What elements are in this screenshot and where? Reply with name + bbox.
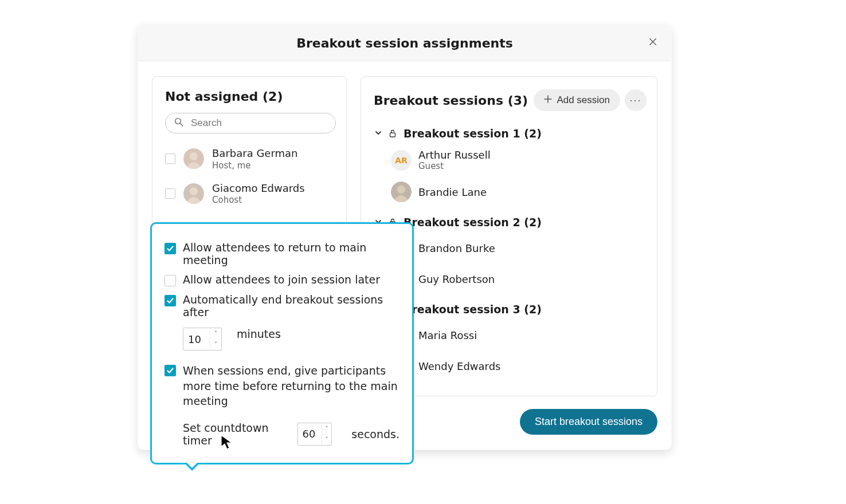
more-icon: ··· xyxy=(629,94,641,107)
person-role: Host, me xyxy=(212,160,297,171)
plus-icon xyxy=(544,94,552,106)
option-join-later[interactable]: Allow attendees to join session later xyxy=(164,270,399,290)
person-role: Cohost xyxy=(212,195,305,205)
session-name: Breakout session 3 (2) xyxy=(404,303,542,316)
member-name: Guy Robertson xyxy=(418,273,495,285)
settings-popover: Allow attendees to return to main meetin… xyxy=(150,222,414,464)
person-name: Giacomo Edwards xyxy=(212,182,305,195)
auto-end-minutes-row: 10 ˄ ˅ minutes xyxy=(164,324,399,354)
member-name: Wendy Edwards xyxy=(418,360,500,372)
member-role: Guest xyxy=(418,161,491,171)
member-name: Brandie Lane xyxy=(418,186,487,198)
dialog-title: Breakout session assignments xyxy=(296,36,513,50)
countdown-label: Set countdtown timer xyxy=(183,422,288,447)
minutes-unit: minutes xyxy=(237,328,281,340)
session-member[interactable]: Guy Robertson xyxy=(391,265,647,296)
session-member[interactable]: Brandie Lane xyxy=(391,178,647,209)
svg-point-3 xyxy=(190,152,198,160)
session-name: Breakout session 2 (2) xyxy=(404,216,542,229)
unassigned-person[interactable]: Giacomo Edwards Cohost xyxy=(165,179,336,214)
option-label: Automatically end breakout sessions afte… xyxy=(183,293,399,318)
minutes-value[interactable]: 10 xyxy=(183,328,210,350)
member-name: Maria Rossi xyxy=(418,329,477,341)
person-name: Barbara German xyxy=(212,147,297,160)
session-header[interactable]: Breakout session 1 (2) xyxy=(374,124,647,145)
not-assigned-title: Not assigned (2) xyxy=(165,89,336,104)
session-name: Breakout session 1 (2) xyxy=(404,127,542,140)
close-icon xyxy=(649,38,657,48)
checkbox-on-icon[interactable] xyxy=(164,243,176,254)
stepper-up-icon[interactable]: ˄ xyxy=(322,423,332,434)
stepper-down-icon[interactable]: ˅ xyxy=(210,339,221,350)
member-name: Arthur Russell xyxy=(418,149,491,161)
minutes-stepper[interactable]: 10 ˄ ˅ xyxy=(183,328,222,351)
add-session-button[interactable]: Add session xyxy=(534,89,620,111)
avatar-initials: AR xyxy=(391,150,412,171)
seconds-unit: seconds. xyxy=(351,428,399,440)
unlock-icon xyxy=(389,127,398,140)
option-label: Allow attendees to return to main meetin… xyxy=(183,241,399,266)
session-header[interactable]: Breakout session 2 (2) xyxy=(374,212,647,234)
session-member[interactable]: AR Arthur Russell Guest xyxy=(391,145,647,178)
avatar xyxy=(183,148,204,169)
unassigned-person[interactable]: Barbara German Host, me xyxy=(165,144,336,179)
mouse-cursor-icon xyxy=(220,434,234,452)
svg-line-1 xyxy=(180,123,183,126)
seconds-value[interactable]: 60 xyxy=(298,423,322,445)
svg-rect-6 xyxy=(390,133,395,137)
person-checkbox[interactable] xyxy=(165,188,175,199)
checkbox-on-icon[interactable] xyxy=(164,365,176,376)
session-member[interactable]: Wendy Edwards xyxy=(391,352,647,383)
countdown-row: Set countdtown timer 60 ˄ ˅ seconds. xyxy=(164,418,399,450)
session-member[interactable]: Maria Rossi xyxy=(391,321,647,352)
option-countdown[interactable]: When sessions end, give participants mor… xyxy=(164,360,399,412)
search-icon xyxy=(174,117,184,129)
checkbox-on-icon[interactable] xyxy=(164,295,176,306)
option-label: When sessions end, give participants mor… xyxy=(183,363,399,409)
person-checkbox[interactable] xyxy=(165,153,175,164)
dialog-header: Breakout session assignments xyxy=(138,25,671,61)
stepper-down-icon[interactable]: ˅ xyxy=(322,434,332,445)
avatar xyxy=(391,182,412,202)
option-auto-end[interactable]: Automatically end breakout sessions afte… xyxy=(164,290,399,322)
svg-point-5 xyxy=(190,187,198,195)
search-field[interactable] xyxy=(165,113,336,133)
stepper-up-icon[interactable]: ˄ xyxy=(210,328,221,339)
start-sessions-label: Start breakout sessions xyxy=(535,416,643,427)
option-label: Allow attendees to join session later xyxy=(183,273,380,286)
session-member[interactable]: Brandon Burke xyxy=(391,234,647,265)
start-sessions-button[interactable]: Start breakout sessions xyxy=(520,409,657,435)
option-return-main[interactable]: Allow attendees to return to main meetin… xyxy=(164,238,399,270)
search-input[interactable] xyxy=(190,117,327,129)
add-session-label: Add session xyxy=(557,94,610,106)
seconds-stepper[interactable]: 60 ˄ ˅ xyxy=(297,423,332,446)
chevron-down-icon xyxy=(374,129,383,139)
svg-point-8 xyxy=(397,186,405,194)
sessions-title: Breakout sessions (3) xyxy=(374,93,529,108)
avatar xyxy=(183,183,204,204)
close-button[interactable] xyxy=(643,33,663,53)
more-options-button[interactable]: ··· xyxy=(625,89,647,111)
session-header[interactable]: Breakout session 3 (2) xyxy=(374,300,647,321)
member-name: Brandon Burke xyxy=(418,242,495,254)
checkbox-off-icon[interactable] xyxy=(164,275,176,286)
